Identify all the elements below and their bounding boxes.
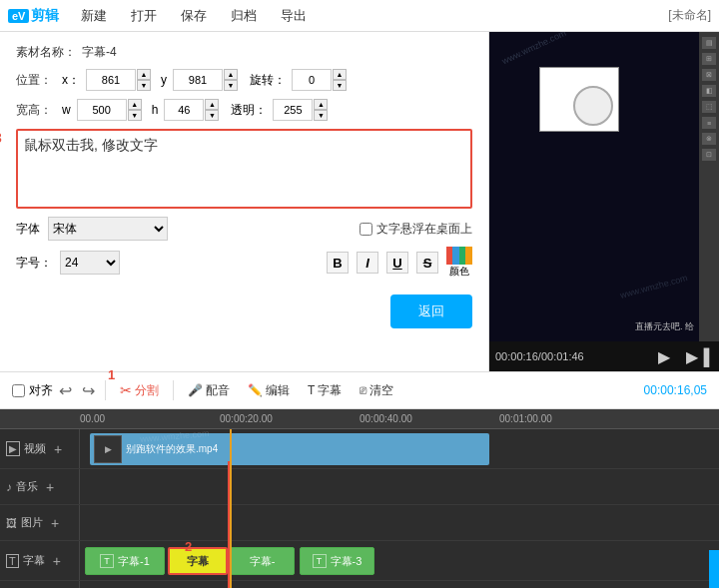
preview-canvas-box [539, 67, 619, 132]
tool-3[interactable]: ⊠ [702, 69, 716, 81]
tool-8[interactable]: ⊡ [702, 149, 716, 161]
play-button[interactable]: ▶ [654, 347, 674, 366]
timeline: 00.00 00:00:20.00 00:00:40.00 00:01:00.0… [0, 409, 719, 588]
menu-archive[interactable]: 归档 [221, 3, 267, 29]
h-input[interactable] [164, 99, 204, 121]
video-clip[interactable]: ▶ 别跑软件的效果.mp4 [90, 433, 489, 465]
tool-1[interactable]: ▤ [702, 37, 716, 49]
font-select[interactable]: 宋体 [48, 217, 168, 241]
subtitle-add-button[interactable]: + [53, 553, 61, 569]
asset-name-value: 字幕-4 [82, 44, 117, 61]
h-spin[interactable]: ▲▼ [205, 99, 219, 121]
subtitle-clip-1-inner: T 字幕-1 [100, 554, 150, 569]
align-checkbox[interactable] [12, 384, 25, 397]
rotate-input-group: ▲▼ [292, 69, 347, 91]
subtitle-clip-1[interactable]: T 字幕-1 [85, 547, 165, 575]
track-row-dubbing: 🎙 配音 + [0, 581, 719, 588]
pos-label: 位置： [16, 72, 56, 89]
align-checkbox-row: 对齐 [12, 382, 53, 399]
subtitle-clip-4[interactable]: T 字幕-3 [300, 547, 374, 575]
rotate-input[interactable] [292, 69, 332, 91]
tool-7[interactable]: ⊗ [702, 133, 716, 145]
watermark-1: www.wmzhe.com [500, 32, 567, 66]
playhead [230, 429, 232, 588]
subtitle-clip-4-label: 字幕-3 [331, 554, 362, 569]
app-logo: eV 剪辑 [8, 7, 59, 25]
cut-button[interactable]: ✂ 分割 [112, 379, 167, 402]
preview-panel: www.wmzhe.com ▤ ⊞ ⊠ ◧ ⬚ ≡ ⊗ ⊡ [489, 32, 719, 371]
wh-label: 宽高： [16, 102, 56, 119]
y-input-group: ▲▼ [173, 69, 238, 91]
edit-button[interactable]: ✏️ 编辑 [240, 379, 298, 402]
number-3-label: 3 [0, 130, 2, 146]
preview-bottom-text: 直播元去吧. 给 [635, 320, 694, 333]
clip-4-icon: T [313, 554, 327, 568]
subtitle-clip-2-label: 字幕 [187, 554, 209, 569]
scissors-icon: ✂ [120, 382, 132, 398]
clear-label: 清空 [369, 382, 393, 399]
opacity-spin[interactable]: ▲▼ [314, 99, 328, 121]
opacity-input[interactable] [273, 99, 313, 121]
track-row-music: ♪ 音乐 + [0, 469, 719, 505]
ruler-mark-0: 00.00 [80, 413, 105, 424]
preview-controls: 00:00:16/00:01:46 ▶ ▶▐ [489, 341, 719, 371]
menu-export[interactable]: 导出 [271, 3, 317, 29]
position-row: 位置： x： ▲▼ y ▲▼ 旋转： ▲▼ [16, 69, 472, 91]
x-input[interactable] [86, 69, 136, 91]
track-row-subtitle: 2 T 字幕 + T 字幕-1 字幕 [0, 541, 719, 581]
back-button[interactable]: 返回 [390, 294, 472, 328]
music-track-icon: ♪ [6, 480, 12, 494]
w-input[interactable] [77, 99, 127, 121]
text-edit-area[interactable]: 鼠标双击我, 修改文字 [16, 129, 472, 209]
bold-button[interactable]: B [327, 252, 349, 274]
strikethrough-button[interactable]: S [416, 252, 438, 274]
w-spin[interactable]: ▲▼ [128, 99, 142, 121]
subtitle-track-icon: T [6, 554, 19, 568]
x-input-group: ▲▼ [86, 69, 151, 91]
y-spin[interactable]: ▲▼ [224, 69, 238, 91]
knowledge-badge[interactable]: ? 知识屋 zhishiwu.com [709, 550, 719, 588]
number-1-label: 1 [108, 367, 115, 382]
underline-button[interactable]: U [386, 252, 408, 274]
opacity-label: 透明： [231, 102, 267, 119]
clear-button[interactable]: ⎚ 清空 [352, 379, 401, 402]
italic-button[interactable]: I [357, 252, 378, 274]
video-add-button[interactable]: + [54, 441, 62, 457]
redo-button[interactable]: ↪ [78, 379, 99, 402]
subtitle-clip-3[interactable]: 字幕- [230, 547, 295, 575]
menu-bar: eV 剪辑 新建 打开 保存 归档 导出 [未命名] [0, 0, 719, 32]
tool-5[interactable]: ⬚ [702, 101, 716, 113]
menu-open[interactable]: 打开 [121, 3, 167, 29]
image-track-label: 图片 [21, 515, 43, 530]
tool-2[interactable]: ⊞ [702, 53, 716, 65]
tool-6[interactable]: ≡ [702, 117, 716, 129]
tool-4[interactable]: ◧ [702, 85, 716, 97]
y-input[interactable] [173, 69, 223, 91]
rotate-spin[interactable]: ▲▼ [333, 69, 347, 91]
preview-circle [573, 86, 613, 126]
menu-new[interactable]: 新建 [71, 3, 117, 29]
subtitle-clip-2[interactable]: 字幕 [168, 547, 228, 575]
back-button-row: 返回 [16, 287, 472, 328]
skip-end-button[interactable]: ▶▐ [682, 347, 713, 366]
image-add-button[interactable]: + [51, 515, 59, 531]
logo-text: 剪辑 [31, 7, 59, 25]
menu-save[interactable]: 保存 [171, 3, 217, 29]
subtitle-clip-1-label: 字幕-1 [118, 554, 150, 569]
undo-button[interactable]: ↩ [55, 379, 76, 402]
color-swatch[interactable] [446, 247, 472, 265]
window-title: [未命名] [668, 7, 711, 24]
music-track-content [80, 469, 719, 504]
float-checkbox-row: 文字悬浮在桌面上 [360, 221, 472, 238]
subtitle-button[interactable]: T 字幕 [300, 379, 350, 402]
edit-icon: ✏️ [248, 383, 263, 397]
float-checkbox[interactable] [360, 223, 372, 236]
x-spin[interactable]: ▲▼ [137, 69, 151, 91]
color-picker-group[interactable]: 颜色 [446, 247, 472, 279]
ruler-mark-2: 00:00:40.00 [360, 413, 412, 424]
time-total: 00:01:46 [541, 350, 584, 362]
track-row-video: ▶ 视频 + ▶ 别跑软件的效果.mp4 [0, 429, 719, 469]
music-add-button[interactable]: + [46, 479, 54, 495]
voice-button[interactable]: 🎤 配音 [180, 379, 238, 402]
size-select[interactable]: 24 [60, 251, 120, 275]
